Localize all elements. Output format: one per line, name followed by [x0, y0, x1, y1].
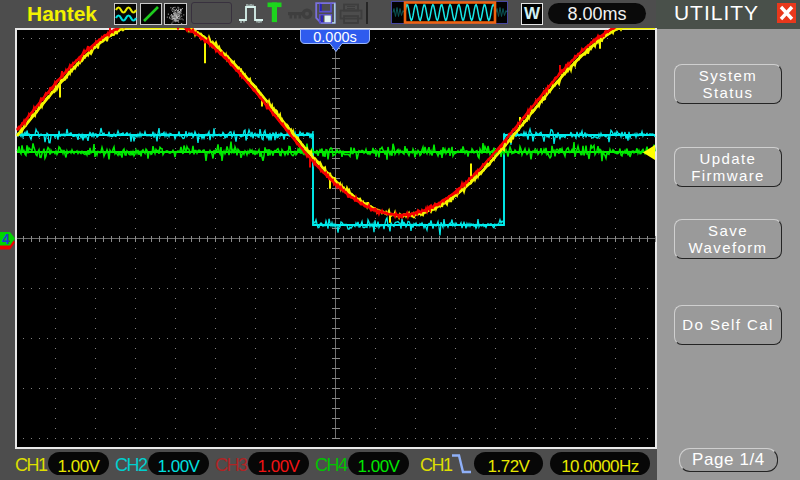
svg-text:4: 4	[2, 231, 10, 247]
svg-text:0.000s: 0.000s	[313, 29, 357, 45]
